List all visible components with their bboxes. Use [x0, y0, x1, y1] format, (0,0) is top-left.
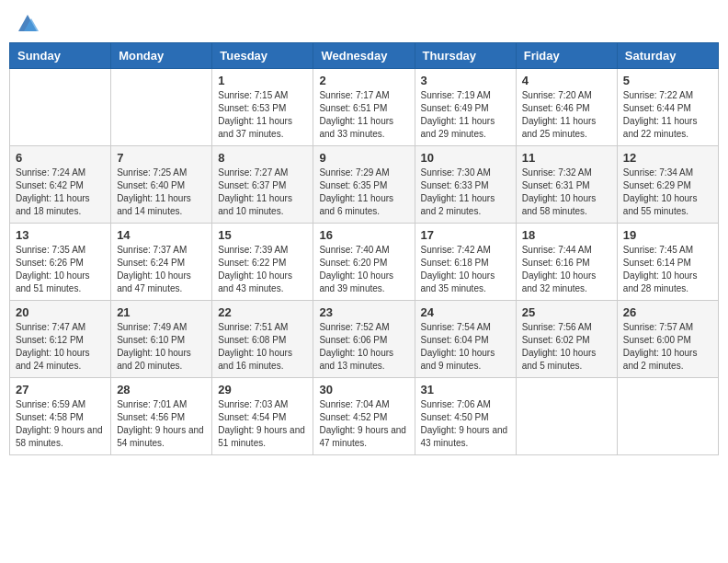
day-info: Sunrise: 7:30 AM Sunset: 6:33 PM Dayligh… [421, 167, 510, 218]
page-header [9, 9, 719, 35]
calendar-cell: 18Sunrise: 7:44 AM Sunset: 6:16 PM Dayli… [516, 224, 617, 301]
calendar-cell: 24Sunrise: 7:54 AM Sunset: 6:04 PM Dayli… [415, 301, 516, 378]
day-info: Sunrise: 7:32 AM Sunset: 6:31 PM Dayligh… [522, 167, 611, 218]
day-info: Sunrise: 7:35 AM Sunset: 6:26 PM Dayligh… [16, 244, 105, 295]
day-number: 9 [319, 151, 408, 165]
calendar-cell: 7Sunrise: 7:25 AM Sunset: 6:40 PM Daylig… [111, 146, 212, 224]
day-info: Sunrise: 7:04 AM Sunset: 4:52 PM Dayligh… [319, 398, 408, 450]
day-number: 6 [16, 151, 105, 165]
day-number: 19 [623, 228, 712, 242]
calendar-cell: 8Sunrise: 7:27 AM Sunset: 6:37 PM Daylig… [212, 146, 313, 224]
day-number: 20 [16, 305, 105, 319]
day-number: 3 [421, 74, 510, 87]
calendar-header-friday: Friday [516, 43, 617, 69]
calendar-cell: 30Sunrise: 7:04 AM Sunset: 4:52 PM Dayli… [313, 378, 415, 455]
calendar-header-thursday: Thursday [415, 43, 516, 69]
day-number: 27 [16, 383, 105, 396]
calendar-cell: 20Sunrise: 7:47 AM Sunset: 6:12 PM Dayli… [10, 301, 111, 378]
calendar-cell [111, 69, 212, 146]
day-number: 25 [522, 305, 611, 319]
day-info: Sunrise: 7:22 AM Sunset: 6:44 PM Dayligh… [623, 89, 712, 141]
calendar-header-saturday: Saturday [617, 43, 718, 69]
calendar-cell: 31Sunrise: 7:06 AM Sunset: 4:50 PM Dayli… [415, 378, 516, 455]
day-info: Sunrise: 7:52 AM Sunset: 6:06 PM Dayligh… [319, 321, 408, 373]
calendar-cell [10, 69, 111, 146]
calendar-cell: 14Sunrise: 7:37 AM Sunset: 6:24 PM Dayli… [111, 224, 212, 301]
calendar-cell: 5Sunrise: 7:22 AM Sunset: 6:44 PM Daylig… [617, 69, 718, 146]
day-info: Sunrise: 7:06 AM Sunset: 4:50 PM Dayligh… [421, 398, 510, 450]
day-info: Sunrise: 7:34 AM Sunset: 6:29 PM Dayligh… [623, 167, 712, 218]
day-number: 14 [117, 228, 206, 242]
day-number: 28 [117, 383, 206, 396]
day-number: 8 [218, 151, 307, 165]
day-info: Sunrise: 7:44 AM Sunset: 6:16 PM Dayligh… [522, 244, 611, 295]
day-info: Sunrise: 7:54 AM Sunset: 6:04 PM Dayligh… [421, 321, 510, 373]
calendar-header-monday: Monday [111, 43, 212, 69]
calendar-header-row: SundayMondayTuesdayWednesdayThursdayFrid… [10, 43, 719, 69]
calendar-cell: 9Sunrise: 7:29 AM Sunset: 6:35 PM Daylig… [313, 146, 415, 224]
day-number: 30 [319, 383, 408, 396]
calendar-header-sunday: Sunday [10, 43, 111, 69]
calendar-header-wednesday: Wednesday [313, 43, 415, 69]
day-number: 26 [623, 305, 712, 319]
day-number: 23 [319, 305, 408, 319]
day-number: 21 [117, 305, 206, 319]
calendar-cell [617, 378, 718, 455]
day-number: 2 [319, 74, 408, 87]
day-info: Sunrise: 7:37 AM Sunset: 6:24 PM Dayligh… [117, 244, 206, 295]
calendar-week-row: 6Sunrise: 7:24 AM Sunset: 6:42 PM Daylig… [10, 146, 719, 224]
calendar-cell: 6Sunrise: 7:24 AM Sunset: 6:42 PM Daylig… [10, 146, 111, 224]
calendar-header-tuesday: Tuesday [212, 43, 313, 69]
day-info: Sunrise: 7:51 AM Sunset: 6:08 PM Dayligh… [218, 321, 307, 373]
day-number: 10 [421, 151, 510, 165]
day-info: Sunrise: 7:56 AM Sunset: 6:02 PM Dayligh… [522, 321, 611, 373]
calendar-cell: 29Sunrise: 7:03 AM Sunset: 4:54 PM Dayli… [212, 378, 313, 455]
logo [13, 9, 40, 35]
calendar-week-row: 20Sunrise: 7:47 AM Sunset: 6:12 PM Dayli… [10, 301, 719, 378]
day-number: 18 [522, 228, 611, 242]
calendar-cell: 28Sunrise: 7:01 AM Sunset: 4:56 PM Dayli… [111, 378, 212, 455]
day-info: Sunrise: 7:45 AM Sunset: 6:14 PM Dayligh… [623, 244, 712, 295]
day-info: Sunrise: 6:59 AM Sunset: 4:58 PM Dayligh… [16, 398, 105, 450]
day-number: 5 [623, 74, 712, 87]
day-info: Sunrise: 7:01 AM Sunset: 4:56 PM Dayligh… [117, 398, 206, 450]
day-info: Sunrise: 7:19 AM Sunset: 6:49 PM Dayligh… [421, 89, 510, 141]
day-number: 31 [421, 383, 510, 396]
calendar-cell: 19Sunrise: 7:45 AM Sunset: 6:14 PM Dayli… [617, 224, 718, 301]
calendar-cell: 21Sunrise: 7:49 AM Sunset: 6:10 PM Dayli… [111, 301, 212, 378]
day-info: Sunrise: 7:20 AM Sunset: 6:46 PM Dayligh… [522, 89, 611, 141]
day-number: 11 [522, 151, 611, 165]
day-info: Sunrise: 7:25 AM Sunset: 6:40 PM Dayligh… [117, 167, 206, 218]
calendar-cell: 12Sunrise: 7:34 AM Sunset: 6:29 PM Dayli… [617, 146, 718, 224]
calendar-cell: 1Sunrise: 7:15 AM Sunset: 6:53 PM Daylig… [212, 69, 313, 146]
logo-icon [15, 9, 40, 35]
calendar-cell [516, 378, 617, 455]
day-info: Sunrise: 7:29 AM Sunset: 6:35 PM Dayligh… [319, 167, 408, 218]
day-number: 1 [218, 74, 307, 87]
calendar-cell: 22Sunrise: 7:51 AM Sunset: 6:08 PM Dayli… [212, 301, 313, 378]
calendar-cell: 23Sunrise: 7:52 AM Sunset: 6:06 PM Dayli… [313, 301, 415, 378]
calendar-cell: 4Sunrise: 7:20 AM Sunset: 6:46 PM Daylig… [516, 69, 617, 146]
calendar-cell: 26Sunrise: 7:57 AM Sunset: 6:00 PM Dayli… [617, 301, 718, 378]
day-info: Sunrise: 7:27 AM Sunset: 6:37 PM Dayligh… [218, 167, 307, 218]
calendar-cell: 13Sunrise: 7:35 AM Sunset: 6:26 PM Dayli… [10, 224, 111, 301]
day-info: Sunrise: 7:03 AM Sunset: 4:54 PM Dayligh… [218, 398, 307, 450]
calendar-cell: 15Sunrise: 7:39 AM Sunset: 6:22 PM Dayli… [212, 224, 313, 301]
day-number: 7 [117, 151, 206, 165]
day-info: Sunrise: 7:40 AM Sunset: 6:20 PM Dayligh… [319, 244, 408, 295]
day-info: Sunrise: 7:17 AM Sunset: 6:51 PM Dayligh… [319, 89, 408, 141]
calendar-cell: 17Sunrise: 7:42 AM Sunset: 6:18 PM Dayli… [415, 224, 516, 301]
calendar-week-row: 27Sunrise: 6:59 AM Sunset: 4:58 PM Dayli… [10, 378, 719, 455]
calendar-cell: 27Sunrise: 6:59 AM Sunset: 4:58 PM Dayli… [10, 378, 111, 455]
calendar-table: SundayMondayTuesdayWednesdayThursdayFrid… [9, 42, 719, 455]
day-info: Sunrise: 7:57 AM Sunset: 6:00 PM Dayligh… [623, 321, 712, 373]
day-number: 12 [623, 151, 712, 165]
day-info: Sunrise: 7:24 AM Sunset: 6:42 PM Dayligh… [16, 167, 105, 218]
calendar-cell: 2Sunrise: 7:17 AM Sunset: 6:51 PM Daylig… [313, 69, 415, 146]
day-info: Sunrise: 7:39 AM Sunset: 6:22 PM Dayligh… [218, 244, 307, 295]
day-info: Sunrise: 7:15 AM Sunset: 6:53 PM Dayligh… [218, 89, 307, 141]
day-info: Sunrise: 7:47 AM Sunset: 6:12 PM Dayligh… [16, 321, 105, 373]
day-number: 24 [421, 305, 510, 319]
calendar-cell: 16Sunrise: 7:40 AM Sunset: 6:20 PM Dayli… [313, 224, 415, 301]
day-number: 13 [16, 228, 105, 242]
